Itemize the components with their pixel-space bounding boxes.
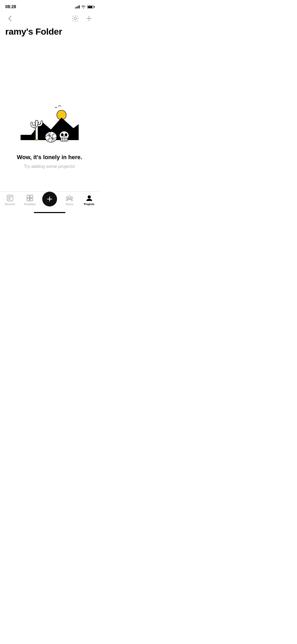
teams-icon: [66, 194, 73, 202]
empty-subtitle: Try adding some projects!: [24, 164, 75, 169]
tab-discover[interactable]: Discover: [2, 194, 18, 206]
templates-label: Templates: [24, 203, 36, 206]
back-button[interactable]: [5, 14, 15, 23]
svg-point-18: [65, 133, 67, 136]
tab-templates[interactable]: Templates: [21, 194, 38, 206]
svg-line-7: [38, 122, 39, 123]
tab-add[interactable]: [41, 194, 58, 206]
status-icons: [75, 5, 94, 8]
main-content: Wow, it's lonely in here. Try adding som…: [0, 41, 99, 215]
templates-icon: [26, 194, 34, 202]
empty-state-illustration: [21, 103, 79, 145]
svg-point-17: [61, 133, 64, 136]
header-actions: [70, 14, 94, 23]
svg-point-30: [88, 195, 91, 199]
add-button[interactable]: [84, 14, 94, 23]
svg-line-3: [34, 122, 35, 123]
svg-rect-24: [30, 195, 33, 198]
empty-title: Wow, it's lonely in here.: [17, 154, 82, 161]
svg-rect-25: [27, 198, 30, 201]
discover-icon: [6, 194, 14, 202]
empty-state: Wow, it's lonely in here. Try adding som…: [0, 41, 99, 215]
svg-rect-26: [30, 198, 33, 201]
svg-point-28: [66, 197, 68, 199]
svg-line-4: [34, 124, 35, 125]
tab-teams[interactable]: Teams: [61, 194, 78, 206]
page-title: ramy's Folder: [0, 25, 99, 41]
svg-rect-2: [35, 120, 38, 140]
battery-icon: [87, 5, 94, 8]
settings-button[interactable]: [70, 14, 80, 23]
status-bar: 08:28: [0, 0, 99, 12]
header: [0, 12, 99, 25]
home-indicator: [34, 212, 65, 213]
add-fab-button[interactable]: [42, 192, 57, 206]
projects-icon: [86, 194, 93, 202]
tab-projects[interactable]: Projects: [81, 194, 98, 206]
status-time: 08:28: [5, 4, 16, 9]
tab-bar: Discover Templates: [0, 191, 99, 215]
svg-point-27: [68, 196, 71, 199]
projects-label: Projects: [84, 203, 94, 206]
svg-rect-23: [27, 195, 30, 198]
discover-label: Discover: [5, 203, 15, 206]
signal-icon: [75, 5, 80, 8]
svg-point-29: [71, 197, 73, 199]
teams-label: Teams: [65, 203, 73, 206]
svg-point-0: [74, 17, 76, 20]
wifi-icon: [81, 5, 86, 8]
